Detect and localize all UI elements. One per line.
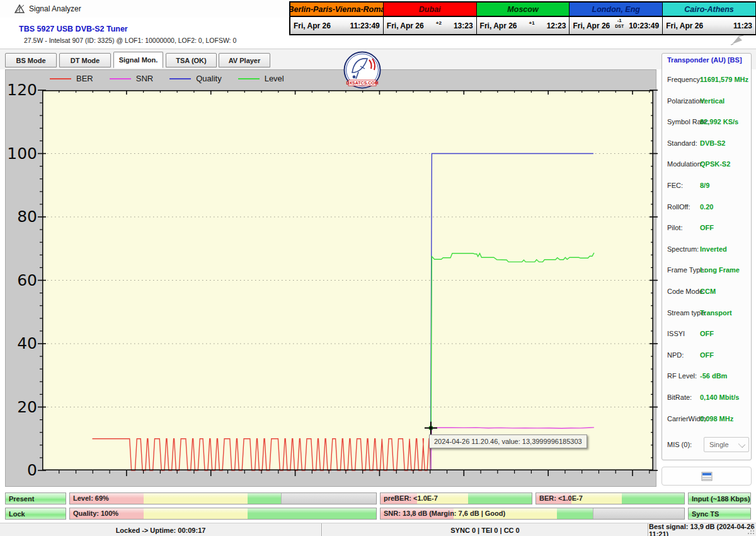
- legend-label: SNR: [136, 74, 153, 83]
- transponder-row: Frame Type:Long Frame: [662, 260, 751, 282]
- signal-analyzer-window: Signal Analyzer TBS 5927 USB DVB-S2 Tune…: [0, 0, 756, 536]
- transponder-row: Spectrum:Inverted: [662, 240, 751, 261]
- window-title: Signal Analyzer: [29, 4, 81, 13]
- input-label: Input (~188 Kbps): [692, 495, 750, 503]
- clock-2: MoscowFri, Apr 26+112:23: [477, 3, 570, 34]
- statusbar-best-signal: Best signal: 13,9 dB (2024-04-26 11:21): [649, 523, 756, 536]
- transponder-label: Standard:: [667, 139, 697, 147]
- level-bar: Level: 69%: [69, 492, 377, 504]
- legend-item-snr: SNR: [110, 74, 153, 83]
- transponder-row: Stream type:Transport: [662, 303, 751, 325]
- transponder-row: Modulation:QPSK-S2: [662, 154, 751, 176]
- y-tick-label: 20: [6, 398, 37, 417]
- clock-city: Moscow: [477, 3, 570, 17]
- transponder-label: Spectrum:: [667, 245, 699, 253]
- transponder-label: ISSYI: [667, 330, 685, 337]
- bar-unfilled: [281, 493, 377, 504]
- clock-date: Fri, Apr 26: [573, 21, 610, 30]
- legend-label: Quality: [196, 74, 221, 83]
- y-tick-label: 120: [6, 81, 37, 100]
- clock-date: Fri, Apr 26: [387, 21, 424, 30]
- clock-city: Berlin-Paris-Vienna-Roma: [290, 3, 383, 17]
- clock-hhmm: 11:23: [733, 21, 752, 30]
- transponder-row: CarrierWidth:0,098 MHz: [662, 409, 751, 431]
- legend-label: BER: [76, 74, 93, 83]
- transponder-value: 0,140 Mbit/s: [700, 393, 750, 401]
- stream-list-button[interactable]: [662, 467, 752, 486]
- logo-text: DXSATCS.COM: [346, 81, 378, 85]
- clock-1: DubaiFri, Apr 26+213:23: [384, 3, 477, 34]
- input-indicator: Input (~188 Kbps): [688, 492, 751, 504]
- tab-signal-mon[interactable]: Signal Mon.: [113, 52, 163, 68]
- present-label: Present: [9, 495, 34, 503]
- transponder-value: -56 dBm: [700, 372, 750, 380]
- transponder-row: Frequency:11691,579 MHz: [662, 70, 751, 91]
- clock-time: Fri, Apr 26+213:23: [384, 17, 476, 34]
- transponder-label: Frequency:: [667, 76, 702, 83]
- legend-item-quality: Quality: [169, 74, 221, 83]
- statusbar-sync-counters: SYNC 0 | TEI 0 | CC 0: [323, 523, 648, 536]
- quality-bar: Quality: 100%: [69, 508, 377, 520]
- chart-legend: BERSNRQualityLevel: [50, 74, 284, 83]
- mis-select[interactable]: Single: [704, 437, 749, 452]
- present-indicator: Present: [5, 492, 66, 504]
- table-icon: [701, 472, 713, 481]
- tab-dt-mode[interactable]: DT Mode: [59, 53, 111, 67]
- legend-label: Level: [265, 74, 284, 83]
- transponder-label: RollOff:: [667, 203, 690, 211]
- transponder-title: Transponder (AU) [BS]: [667, 56, 742, 64]
- transponder-value: Vertical: [700, 97, 750, 105]
- resize-grip[interactable]: [747, 527, 755, 535]
- status-bar: Locked -> Uptime: 00:09:17 SYNC 0 | TEI …: [0, 523, 756, 536]
- transponder-value: 0.20: [700, 203, 750, 211]
- y-axis-labels: 020406080100120: [6, 70, 38, 487]
- preber-bar: preBER: <1.0E-7: [380, 492, 532, 504]
- legend-swatch: [50, 78, 71, 79]
- world-clock-bar: Berlin-Paris-Vienna-RomaFri, Apr 2611:23…: [289, 1, 756, 35]
- clock-time: Fri, Apr 26+112:23: [477, 17, 570, 34]
- satellite-grip-icon: [730, 34, 746, 45]
- quality-label: Quality: 100%: [73, 510, 118, 517]
- ber-bar: BER: <1.0E-7: [536, 492, 685, 504]
- preber-label: preBER: <1.0E-7: [384, 494, 438, 502]
- transponder-label: FEC:: [667, 182, 683, 189]
- clock-time: Fri, Apr 2611:23:49: [290, 17, 383, 34]
- level-label: Level: 69%: [73, 494, 109, 502]
- clock-hhmm: 13:23: [454, 21, 473, 30]
- transponder-row: RF Level:-56 dBm: [662, 366, 751, 388]
- snr-bar: SNR: 13,8 dB (Margin: 7,6 dB | Good): [380, 508, 685, 520]
- mis-value: Single: [709, 441, 729, 448]
- bar-unfilled: [593, 508, 685, 519]
- clock-hhmm: 11:23:49: [350, 21, 379, 30]
- transponder-value: 82,992 KS/s: [700, 118, 750, 125]
- transponder-row: BitRate:0,140 Mbit/s: [662, 388, 751, 409]
- series-quality: [430, 154, 593, 471]
- satellite-dish-icon: [14, 4, 25, 14]
- snr-label: SNR: 13,8 dB (Margin: 7,6 dB | Good): [384, 510, 505, 517]
- mis-row: MIS (0): Single: [667, 437, 749, 453]
- syncts-indicator: Sync TS: [688, 508, 751, 520]
- tab-av-player[interactable]: AV Player: [219, 53, 270, 67]
- transponder-value: DVB-S2: [700, 139, 750, 147]
- transponder-row: Symbol Rate:82,992 KS/s: [662, 112, 751, 134]
- transponder-label: Pilot:: [667, 224, 682, 231]
- clock-time: Fri, Apr 26-1DST10:23:49: [570, 17, 662, 34]
- tooltip-text: 2024-04-26 11.20.46, value: 13,399999618…: [434, 438, 582, 445]
- transponder-row: Standard:DVB-S2: [662, 134, 751, 155]
- clock-date: Fri, Apr 26: [294, 21, 331, 30]
- device-subtitle: 27.5W - Intelsat 907 (ID: 3325) @ LOF1: …: [24, 37, 236, 44]
- legend-swatch: [238, 78, 260, 79]
- transponder-label: BitRate:: [667, 393, 692, 401]
- statusbar-lock-uptime: Locked -> Uptime: 00:09:17: [0, 523, 321, 536]
- ber-label: BER: <1.0E-7: [539, 494, 583, 502]
- syncts-label: Sync TS: [692, 510, 719, 518]
- transponder-row: NPD:OFF: [662, 346, 751, 367]
- tab-tsa-ok[interactable]: TSA (OK): [166, 53, 217, 67]
- clock-utc-offset: +1: [517, 21, 547, 26]
- transponder-value: Transport: [700, 309, 750, 317]
- transponder-row: FEC:8/9: [662, 176, 751, 197]
- transponder-label: RF Level:: [667, 372, 697, 380]
- transponder-rows: Frequency:11691,579 MHzPolarization:Vert…: [662, 70, 751, 430]
- tab-bs-mode[interactable]: BS Mode: [5, 53, 57, 67]
- legend-swatch: [110, 78, 131, 79]
